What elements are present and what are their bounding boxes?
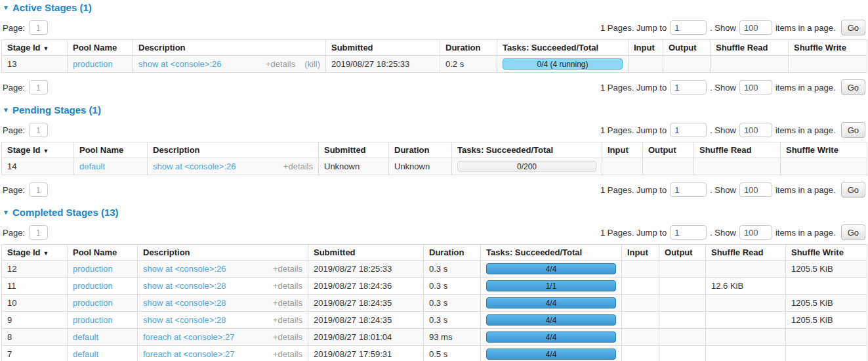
column-header[interactable]: Pool Name: [74, 142, 148, 158]
submitted-cell: 2019/08/27 18:24:35: [308, 312, 424, 329]
column-header[interactable]: Pool Name: [68, 40, 133, 56]
tasks-progress-label: 1/1: [546, 282, 557, 291]
column-header-label: Shuffle Write: [794, 43, 846, 53]
column-header[interactable]: Shuffle Read: [711, 40, 789, 56]
jump-to-input[interactable]: [670, 20, 707, 35]
jump-to-input[interactable]: [670, 182, 707, 197]
column-header[interactable]: Submitted: [308, 245, 424, 261]
show-count-input[interactable]: [739, 225, 772, 240]
column-header[interactable]: Tasks: Succeeded/Total: [452, 142, 602, 158]
pool-name-link[interactable]: production: [73, 315, 113, 325]
show-count-input[interactable]: [739, 20, 772, 35]
show-count-input[interactable]: [739, 123, 772, 137]
shuffle-write-cell: [786, 329, 867, 346]
pagination-bar: Page:1 Pages. Jump to. Showitems in a pa…: [3, 20, 865, 35]
stage-description-link[interactable]: show at <console>:28: [143, 298, 226, 308]
page-control: Page:: [3, 123, 48, 137]
column-header[interactable]: Shuffle Read: [706, 245, 786, 261]
section-header-active[interactable]: ▼Active Stages (1): [3, 2, 867, 13]
column-header[interactable]: Input: [629, 40, 663, 56]
output-cell: [659, 261, 706, 278]
stage-description-link[interactable]: foreach at <console>:27: [143, 349, 235, 359]
column-header[interactable]: Output: [663, 40, 711, 56]
details-toggle[interactable]: +details: [283, 161, 313, 171]
column-header[interactable]: Duration: [424, 245, 481, 261]
collapse-arrow-icon: ▼: [3, 106, 9, 114]
pool-name-link[interactable]: default: [73, 332, 98, 342]
details-toggle[interactable]: +details: [273, 315, 302, 325]
details-toggle[interactable]: +details: [266, 59, 295, 69]
page-number-input[interactable]: [29, 80, 48, 95]
column-header[interactable]: Output: [643, 142, 694, 158]
go-button[interactable]: Go: [841, 122, 865, 138]
page-number-input[interactable]: [29, 225, 48, 240]
stage-description-link[interactable]: show at <console>:26: [153, 161, 236, 171]
kill-link[interactable]: (kill): [304, 59, 320, 69]
column-header[interactable]: Submitted: [326, 40, 440, 56]
show-count-input[interactable]: [739, 80, 772, 95]
column-header[interactable]: Shuffle Write: [789, 40, 867, 56]
tasks-cell: 0/4 (4 running): [497, 56, 629, 73]
section-header-pending[interactable]: ▼Pending Stages (1): [3, 104, 867, 116]
column-header[interactable]: Stage Id▼: [2, 245, 68, 261]
details-toggle[interactable]: +details: [273, 281, 302, 291]
column-header[interactable]: Shuffle Read: [694, 142, 781, 158]
column-header[interactable]: Submitted: [319, 142, 389, 158]
column-header[interactable]: Stage Id▼: [2, 40, 68, 56]
column-header[interactable]: Pool Name: [68, 245, 138, 261]
column-header[interactable]: Description: [138, 245, 308, 261]
stage-description-link[interactable]: show at <console>:28: [143, 281, 226, 291]
tasks-cell: 4/4: [481, 346, 622, 361]
column-header[interactable]: Output: [659, 245, 706, 261]
details-toggle[interactable]: +details: [273, 332, 302, 342]
tasks-cell: 4/4: [481, 312, 622, 329]
column-header[interactable]: Description: [148, 142, 319, 158]
tasks-progress-label: 4/4: [546, 299, 557, 308]
table-row: 9productionshow at <console>:28+details2…: [2, 312, 867, 329]
column-header[interactable]: Shuffle Write: [786, 245, 867, 261]
input-cell: [622, 346, 659, 361]
jump-to-input[interactable]: [670, 80, 707, 95]
page-label: Page:: [3, 83, 25, 93]
shuffle-read-cell: [706, 312, 786, 329]
pool-name-link[interactable]: production: [73, 281, 113, 291]
stage-description-link[interactable]: show at <console>:26: [143, 264, 226, 274]
details-toggle[interactable]: +details: [273, 349, 302, 359]
column-header[interactable]: Duration: [389, 142, 452, 158]
page-number-input[interactable]: [29, 182, 48, 197]
column-header[interactable]: Shuffle Write: [781, 142, 867, 158]
submitted-cell: 2019/08/27 18:01:04: [308, 329, 424, 346]
jump-to-input[interactable]: [670, 225, 707, 240]
go-button[interactable]: Go: [841, 224, 865, 240]
pool-name-link[interactable]: default: [79, 161, 105, 171]
column-header[interactable]: Description: [133, 40, 326, 56]
column-header[interactable]: Tasks: Succeeded/Total: [497, 40, 629, 56]
pool-name-link[interactable]: production: [73, 264, 113, 274]
column-header[interactable]: Tasks: Succeeded/Total: [481, 245, 622, 261]
page-number-input[interactable]: [29, 123, 48, 137]
stage-description-link[interactable]: show at <console>:26: [138, 59, 221, 69]
pool-name-cell: default: [74, 158, 148, 175]
stage-description-link[interactable]: show at <console>:28: [143, 315, 226, 325]
column-header-label: Description: [138, 43, 186, 53]
section-header-completed[interactable]: ▼Completed Stages (13): [3, 207, 867, 218]
show-count-input[interactable]: [739, 182, 772, 197]
pool-name-link[interactable]: production: [73, 59, 113, 69]
column-header[interactable]: Input: [602, 142, 643, 158]
details-toggle[interactable]: +details: [273, 298, 302, 308]
pool-name-link[interactable]: default: [73, 349, 98, 359]
go-button[interactable]: Go: [841, 182, 865, 198]
column-header[interactable]: Duration: [440, 40, 497, 56]
pool-name-link[interactable]: production: [73, 298, 113, 308]
jump-to-input[interactable]: [670, 123, 707, 137]
show-text: . Show: [710, 125, 736, 135]
details-toggle[interactable]: +details: [273, 264, 302, 274]
column-header[interactable]: Input: [622, 245, 659, 261]
column-header[interactable]: Stage Id▼: [2, 142, 74, 158]
stage-description-link[interactable]: foreach at <console>:27: [143, 332, 235, 342]
go-button[interactable]: Go: [841, 20, 865, 35]
duration-cell: 0.3 s: [424, 312, 481, 329]
go-button[interactable]: Go: [841, 79, 865, 95]
output-cell: [659, 346, 706, 361]
page-number-input[interactable]: [29, 20, 48, 35]
